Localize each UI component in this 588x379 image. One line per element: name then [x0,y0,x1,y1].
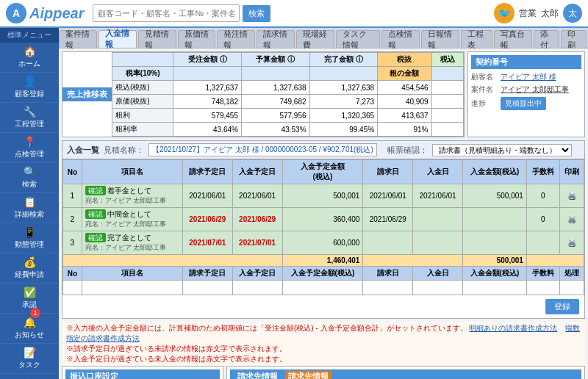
logo-icon: A [6,3,26,24]
user-info: 🐦 営業 太郎 太 [494,3,582,24]
sidebar-item-detail-search[interactable]: 📋 詳細検索 [0,193,59,223]
sidebar-item-docs[interactable]: 📁 資料 [0,374,59,379]
tab-inspection[interactable]: 点検情報 [381,30,420,48]
col2-paid-amount: 入金金額(税込) [462,267,526,281]
note-1: ※入力後の入金予定金額には、計算補助のため初期値には「受注金額(税込) - 入金… [66,323,581,344]
summary-header-rate: 税率(10%) [112,67,173,81]
row1-paid-amount: 500,001 [462,184,526,208]
col-invoice-actual: 請求日 [363,160,413,184]
sidebar-item-inspection[interactable]: 📍 点検管理 [0,133,59,163]
field-label-confirm: 帳票確認： [387,145,428,156]
notice-icon: 🔔 [24,317,36,328]
total-blank2 [526,255,584,267]
tab-task[interactable]: タスク情報 [336,30,380,48]
tab-bar: 案件情報 入金情報 見積情報 原価情報 発注情報 請求情報 現場経費 タスク情報… [59,28,588,48]
sidebar-item-label: お知らせ [15,330,44,340]
tab-payment[interactable]: 入金情報 [98,30,137,48]
sidebar-item-notice[interactable]: 🔔 1 お知らせ [0,314,59,344]
empty-fee [526,281,559,295]
contract-info: 契約番号 顧客名 アイピア 太郎 様 案件名 アイピア 太郎邸工事 進捗 見積提… [467,51,585,137]
row1-invoice-date: 2021/06/01 [182,184,232,208]
sidebar-item-label: 動態管理 [15,239,44,250]
bank-section: 振込口座設定 第1振込先 ××銀行【1234567】 第2振込先 □□銀行【89… [62,366,223,379]
total-label [63,255,283,267]
row2-invoice-date: 2021/06/29 [182,208,232,231]
tab-site-expense[interactable]: 現場経費 [296,30,334,48]
nyukin-header: 入金一覧 見積名称： 【2021/10/27】アイピア 太郎 様 / 00000… [62,141,584,159]
request-title-2: 請求先情報 [285,371,331,379]
search-input[interactable] [93,4,240,22]
contract-site-row: 案件名 アイピア 太郎邸工事 [471,84,581,95]
row1-print[interactable]: 🖨️ [559,184,584,208]
sidebar-item-expense[interactable]: 💰 経費申請 [0,253,59,284]
summary-header-taxout: 税抜 [378,53,431,67]
total-blank [363,255,463,267]
search-icon: 🔍 [24,166,36,178]
sidebar-item-home[interactable]: 🏠 ホーム [0,43,59,73]
row2-paid-amount [462,208,526,231]
nyukin-title: 入金一覧 [67,145,99,156]
contract-title: 契約番号 [471,55,581,69]
contract-status-row: 進捗 見積提出中 [471,97,581,110]
sidebar-item-label: 工程管理 [15,119,44,129]
tab-print[interactable]: 印刷 [561,30,587,48]
summary-blank-3 [431,109,463,123]
summary-order-4: 43.64% [173,123,242,137]
tab-cost[interactable]: 原価情報 [178,30,216,48]
select-field-confirm[interactable]: 請求書（見積明細あり・端数なし） [432,144,572,156]
sidebar-item-process[interactable]: 🔧 工程管理 [0,103,59,133]
tab-schedule[interactable]: 工程表 [461,30,492,48]
sidebar-item-search[interactable]: 🔍 検索 [0,163,59,193]
contract-status-btn[interactable]: 見積提出中 [501,97,546,110]
col-payment-date: 入金予定日 [232,160,282,184]
tab-attach[interactable]: 添付 [534,30,559,48]
row2-print[interactable]: 🖨️ [559,208,584,231]
row2-item: 確認 中間金として宛名：アイピア 太郎邸工事 [82,208,182,231]
summary-budget-1: 1,327,638 [241,81,309,95]
nyukin-row-2: 2 確認 中間金として宛名：アイピア 太郎邸工事 2021/06/29 2021… [63,208,584,231]
col2-paid-date: 入金日 [413,267,463,281]
summary-header-complete: 完了金額 ⓘ [309,53,378,67]
tab-order[interactable]: 発注情報 [217,30,255,48]
sidebar-item-label: 検索 [22,179,37,190]
tab-photo[interactable]: 写真台帳 [494,30,532,48]
user-avatar[interactable]: 太 [563,4,582,23]
tab-invoice[interactable]: 請求情報 [257,30,295,48]
sidebar-item-approval[interactable]: ✅ 承認 [0,284,59,314]
user-name: 太郎 [541,7,559,20]
note-link-1[interactable]: 明細ありの請求書作成方法 [469,324,557,332]
inner-content: 売上推移表 受注金額 ⓘ 予算金額 ⓘ 完了金額 ⓘ 税抜 税込 [59,48,588,379]
sidebar-item-label: 詳細検索 [15,209,44,220]
register-button[interactable]: 登録 [545,299,579,314]
row3-paid-date [413,231,463,255]
tab-daily[interactable]: 日報情報 [421,30,459,48]
search-button[interactable]: 検索 [243,5,270,22]
col2-payment-date: 入金予定日 [232,267,282,281]
summary-label-2: 原価(税抜) [112,95,173,109]
tab-project[interactable]: 案件情報 [59,30,97,48]
summary-gross-2: 40,909 [378,95,431,109]
col2-invoice-date: 請求予定日 [182,267,232,281]
sidebar-item-task[interactable]: 📝 タスク [0,344,59,374]
summary-gross-4: 91% [378,123,431,137]
sidebar-item-customer[interactable]: 👤 顧客登録 [0,73,59,103]
summary-order-2: 748,182 [173,95,242,109]
tab-estimate[interactable]: 見積情報 [138,30,176,48]
row2-amount: 360,400 [282,208,363,231]
contract-company-row: 顧客名 アイピア 太郎 様 [471,72,581,82]
col-amount: 入金予定金額(税込) [282,160,363,184]
empty-no [63,281,82,295]
col-print: 印刷 [559,160,584,184]
summary-row-3: 粗利 579,455 577,956 1,320,365 413,637 [112,109,464,123]
row2-no: 2 [63,208,82,231]
contract-site-label: 案件名 [471,84,498,95]
row2-invoice-actual: 2021/06/29 [363,208,413,231]
contract-company-value[interactable]: アイピア 太郎 様 [501,72,556,82]
empty-d1 [182,281,232,295]
summary-budget-3: 577,956 [241,109,309,123]
sidebar-item-dynamic[interactable]: 📱 動態管理 [0,223,59,253]
summary-header-order2 [173,67,242,81]
row3-print[interactable]: 🖨️ [559,231,584,255]
bank-title: 振込口座設定 [65,369,220,379]
summary-header-tax [112,53,173,67]
